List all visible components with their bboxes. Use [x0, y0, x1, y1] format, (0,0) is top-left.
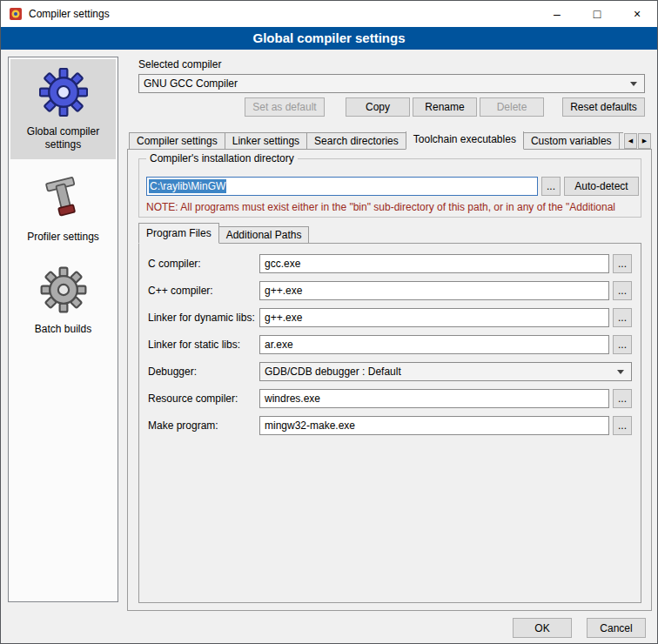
form-row-debugger: Debugger: GDB/CDB debugger : Default: [148, 362, 632, 381]
ok-button[interactable]: OK: [513, 618, 572, 638]
tab-custom-variables[interactable]: Custom variables: [523, 132, 620, 150]
minimize-button[interactable]: –: [537, 1, 577, 27]
make-program-input[interactable]: mingw32-make.exe: [259, 416, 609, 435]
c-compiler-browse-button[interactable]: ...: [613, 254, 632, 273]
tab-additional-paths[interactable]: Additional Paths: [218, 226, 310, 244]
make-program-label: Make program:: [148, 419, 259, 432]
form-row-dynamic-linker: Linker for dynamic libs: g++.exe ...: [148, 308, 632, 327]
program-files-panel: C compiler: gcc.exe ... C++ compiler: g+…: [138, 243, 641, 603]
reset-defaults-button[interactable]: Reset defaults: [562, 97, 645, 117]
chevron-down-icon: [614, 370, 627, 374]
gear-blue-icon: [39, 68, 88, 119]
dynamic-linker-input[interactable]: g++.exe: [259, 308, 609, 327]
debugger-select-value: GDB/CDB debugger : Default: [265, 366, 401, 378]
resource-compiler-input[interactable]: windres.exe: [259, 389, 609, 408]
settings-tabs: Compiler settings Linker settings Search…: [129, 131, 623, 150]
dynamic-linker-browse-button[interactable]: ...: [613, 308, 632, 327]
rename-button[interactable]: Rename: [413, 97, 477, 117]
c-compiler-value: gcc.exe: [265, 258, 300, 270]
sidebar-item-label: Batch builds: [35, 323, 91, 336]
sidebar-item-label: Profiler settings: [27, 231, 99, 244]
c-compiler-label: C compiler:: [148, 258, 259, 270]
set-as-default-button: Set as default: [245, 97, 325, 117]
auto-detect-button[interactable]: Auto-detect: [564, 177, 639, 196]
gear-gray-icon: [39, 265, 88, 317]
maximize-button[interactable]: □: [577, 1, 617, 27]
form-row-c-compiler: C compiler: gcc.exe ...: [148, 254, 632, 273]
tab-scroll-right-icon[interactable]: ▶: [638, 133, 651, 149]
tab-linker-settings[interactable]: Linker settings: [225, 132, 307, 150]
chevron-down-icon: [628, 82, 640, 86]
make-program-value: mingw32-make.exe: [265, 419, 355, 432]
form-row-resource-compiler: Resource compiler: windres.exe ...: [148, 389, 632, 408]
static-linker-input[interactable]: ar.exe: [259, 335, 609, 354]
compiler-select[interactable]: GNU GCC Compiler: [138, 74, 645, 93]
toolchain-executables-panel: Compiler's installation directory C:\ray…: [127, 149, 652, 611]
form-row-cpp-compiler: C++ compiler: g++.exe ...: [148, 281, 632, 300]
window-controls: – □ ×: [537, 1, 657, 27]
program-tabs: Program Files Additional Paths: [138, 225, 308, 244]
installation-directory-browse-button[interactable]: ...: [541, 177, 561, 196]
sidebar-item-batch-builds[interactable]: Batch builds: [10, 257, 116, 344]
tab-search-directories[interactable]: Search directories: [306, 132, 406, 150]
resource-compiler-value: windres.exe: [265, 392, 320, 405]
dynamic-linker-label: Linker for dynamic libs:: [148, 312, 259, 324]
cpp-compiler-value: g++.exe: [265, 285, 302, 297]
cpp-compiler-input[interactable]: g++.exe: [259, 281, 609, 300]
tab-build-options[interactable]: Builc: [619, 132, 623, 150]
delete-button: Delete: [480, 97, 544, 117]
cancel-button[interactable]: Cancel: [587, 618, 646, 638]
form-row-make-program: Make program: mingw32-make.exe ...: [148, 416, 632, 435]
tab-scroll-left-icon[interactable]: ◀: [624, 133, 637, 149]
profiler-tool-icon: [39, 173, 88, 225]
sidebar-item-global-compiler-settings[interactable]: Global compiler settings: [10, 59, 116, 159]
window-title: Compiler settings: [29, 8, 110, 20]
static-linker-value: ar.exe: [265, 339, 293, 351]
resource-compiler-browse-button[interactable]: ...: [613, 389, 632, 408]
installation-directory-group-title: Compiler's installation directory: [146, 152, 298, 164]
make-program-browse-button[interactable]: ...: [613, 416, 632, 435]
cpp-compiler-browse-button[interactable]: ...: [613, 281, 632, 300]
static-linker-label: Linker for static libs:: [148, 339, 259, 351]
tab-toolchain-executables[interactable]: Toolchain executables: [406, 131, 524, 150]
debugger-label: Debugger:: [148, 366, 259, 378]
cpp-compiler-label: C++ compiler:: [148, 285, 259, 297]
settings-category-list: Global compiler settings Profiler settin…: [8, 57, 118, 602]
form-row-static-linker: Linker for static libs: ar.exe ...: [148, 335, 632, 354]
bin-subdirectory-note: NOTE: All programs must exist either in …: [146, 201, 639, 213]
copy-button[interactable]: Copy: [346, 97, 410, 117]
sidebar-item-label: Global compiler settings: [13, 125, 113, 151]
tab-compiler-settings[interactable]: Compiler settings: [129, 132, 225, 150]
titlebar: Compiler settings – □ ×: [1, 1, 657, 27]
installation-directory-value: C:\raylib\MinGW: [149, 179, 226, 193]
dynamic-linker-value: g++.exe: [265, 312, 302, 324]
c-compiler-input[interactable]: gcc.exe: [259, 254, 609, 273]
resource-compiler-label: Resource compiler:: [148, 392, 259, 405]
close-button[interactable]: ×: [617, 1, 657, 27]
tab-program-files[interactable]: Program Files: [138, 223, 219, 244]
app-icon: [9, 7, 23, 21]
compiler-select-value: GNU GCC Compiler: [144, 77, 238, 90]
installation-directory-group: Compiler's installation directory C:\ray…: [138, 158, 641, 218]
static-linker-browse-button[interactable]: ...: [613, 335, 632, 354]
installation-directory-input[interactable]: C:\raylib\MinGW: [146, 177, 538, 196]
sidebar-item-profiler-settings[interactable]: Profiler settings: [10, 164, 116, 252]
dialog-banner: Global compiler settings: [1, 27, 657, 50]
debugger-select[interactable]: GDB/CDB debugger : Default: [259, 362, 632, 381]
selected-compiler-label: Selected compiler: [138, 58, 221, 70]
